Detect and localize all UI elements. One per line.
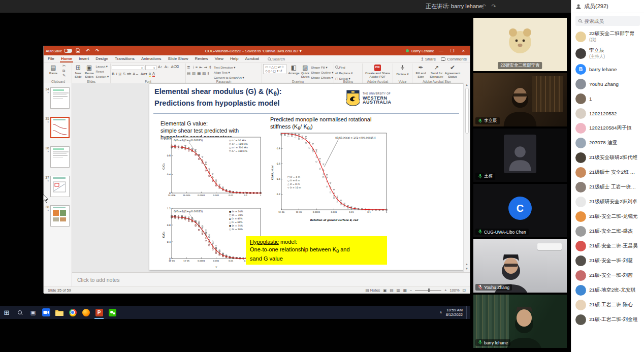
video-tile-1[interactable]: 22硕安全二班邵宁胄 <box>473 18 567 71</box>
new-slide-button[interactable]: ⊞ New Slide <box>73 64 83 78</box>
restore-button[interactable]: ❐ <box>448 48 457 53</box>
video-tile-2[interactable]: 李立辰 <box>473 73 567 126</box>
align-text-button[interactable]: Align Text ▾ <box>214 70 244 75</box>
normal-view-button[interactable]: ▣ <box>383 288 387 293</box>
search-box[interactable]: Search <box>268 57 285 61</box>
fit-slide-button[interactable]: ⊡ <box>463 288 466 293</box>
ribbon-tab-insert[interactable]: Insert <box>78 56 90 62</box>
autosave-toggle[interactable]: AutoSave <box>46 49 72 53</box>
member-row[interactable]: 22硕安全二班邵宁胄(我) <box>571 28 644 45</box>
justify-button[interactable]: ▧ <box>202 71 206 76</box>
member-row[interactable]: 207078-迪亚 <box>571 136 644 150</box>
member-row[interactable]: 21硕-工岩二班-刘金租 <box>571 312 644 327</box>
show-desktop-button[interactable] <box>466 306 468 319</box>
align-left-button[interactable]: ▤ <box>187 71 190 76</box>
member-row[interactable]: 21硕-安全二班-王昌昊 <box>571 239 644 253</box>
numbering-button[interactable]: ⋮≡ <box>191 65 198 70</box>
member-row[interactable]: 21级硕士 安全2班 姚瑞 <box>571 165 644 180</box>
member-row[interactable]: 21硕-工岩二班-陈心 <box>571 298 644 312</box>
video-tile-5[interactable]: Youhu Zhang <box>473 239 567 293</box>
dictate-button[interactable]: Dictate ▾ <box>394 64 411 76</box>
shapes-gallery[interactable]: ▭○△▢⇄☆◇▯⌂◻✦↺ <box>263 64 286 74</box>
ribbon-tab-help[interactable]: Help <box>229 56 239 62</box>
copy-button[interactable]: ⧉ <box>62 69 66 74</box>
member-row[interactable]: 21级安全硕研2班代维 <box>571 150 644 165</box>
taskbar-clock[interactable]: 10:59 AM 8/12/2022 <box>446 308 463 317</box>
next-slide-button[interactable]: ▼ <box>465 267 468 270</box>
reset-button[interactable]: Reset <box>95 69 109 74</box>
close-button[interactable]: × <box>459 48 468 53</box>
member-row[interactable]: 21硕-安全一班-刘慧 <box>571 253 644 268</box>
tray-expand-icon[interactable]: ∧ <box>440 310 442 314</box>
previous-slide-button[interactable]: ▲ <box>465 263 468 266</box>
voov-meeting-icon[interactable] <box>40 306 53 319</box>
smartart-button[interactable]: Convert to SmartArt ▾ <box>214 75 244 80</box>
send-for-signature-button[interactable]: ↗ Send for Signature <box>429 64 444 78</box>
ribbon-tab-review[interactable]: Review <box>194 56 209 62</box>
redo-icon[interactable]: ↷ <box>94 48 101 53</box>
font-color-button[interactable]: A <box>152 71 155 77</box>
italic-button[interactable]: I <box>116 72 117 76</box>
scrollbar-thumb[interactable] <box>465 88 469 134</box>
annotation-undo-icon[interactable]: ↶ <box>479 2 488 10</box>
ribbon-tab-view[interactable]: View <box>214 56 224 62</box>
highlight-color-button[interactable]: a <box>149 71 151 77</box>
search-icon[interactable] <box>13 306 26 319</box>
clear-formatting-icon[interactable]: A⌫ <box>171 65 180 70</box>
member-row[interactable]: 21硕-地空2班-尤安琪 <box>571 283 644 298</box>
video-tile-6[interactable]: barry lehane <box>473 295 567 348</box>
member-row[interactable]: 21硕-安全一班-刘茜 <box>571 268 644 283</box>
font-name-select[interactable]: ▾ <box>112 65 144 70</box>
member-row[interactable]: 1202120584周子恒 <box>571 121 644 136</box>
minimize-button[interactable]: — <box>437 48 445 53</box>
section-button[interactable]: Section ▾ <box>95 74 109 79</box>
ribbon-tab-acrobat[interactable]: Acrobat <box>244 56 260 62</box>
share-button[interactable]: ↥ Share <box>421 57 436 61</box>
file-explorer-icon[interactable] <box>53 306 66 319</box>
undo-icon[interactable]: ↶ <box>84 48 91 53</box>
member-row[interactable]: 21硕-安全二班-龙镜元 <box>571 209 644 224</box>
member-row[interactable]: 21级硕研安全2班刘卓 <box>571 195 644 209</box>
change-case-button[interactable]: Aa▾ <box>141 72 147 76</box>
windows-start-icon[interactable]: ⊞ <box>0 306 13 319</box>
member-row[interactable]: Youhu Zhang <box>571 77 644 91</box>
slide-scrollbar[interactable]: ▲ ▲ ▼ <box>463 83 470 272</box>
comments-button[interactable]: Comments <box>441 57 467 61</box>
shape-fill-button[interactable]: Shape Fill ▾ <box>311 65 333 70</box>
chrome-icon[interactable] <box>66 306 79 319</box>
slide-thumbnail-36[interactable]: 36✶ <box>44 146 72 168</box>
grow-font-icon[interactable]: A↑ <box>157 65 163 70</box>
align-center-button[interactable]: ▥ <box>192 71 196 76</box>
font-size-select[interactable]: ▾ <box>145 65 156 70</box>
slide-sorter-view-button[interactable]: ▤ <box>390 288 393 293</box>
reuse-slides-button[interactable]: ▣ Reuse Slides <box>84 64 94 78</box>
ribbon-tab-design[interactable]: Design <box>94 56 109 62</box>
decrease-indent-button[interactable]: ⇤ <box>199 65 202 70</box>
layout-button[interactable]: Layout ▾ <box>95 64 109 69</box>
fill-and-sign-button[interactable]: ✒ Fill and Sign <box>413 64 428 78</box>
columns-button[interactable]: ‖ <box>207 71 209 76</box>
quick-styles-button[interactable]: ▨ Quick Styles <box>301 64 310 78</box>
text-direction-button[interactable]: Text Direction ▾ <box>214 65 244 70</box>
ribbon-tab-animations[interactable]: Animations <box>140 56 163 62</box>
bullets-button[interactable]: ≣ <box>187 65 190 70</box>
shrink-font-icon[interactable]: A↓ <box>164 65 170 70</box>
member-search[interactable] <box>575 16 640 26</box>
ribbon-tab-slide-show[interactable]: Slide Show <box>167 56 189 62</box>
save-icon[interactable] <box>75 48 82 54</box>
powerpoint-icon[interactable]: P <box>92 306 106 319</box>
task-view-icon[interactable]: ▣ <box>26 306 40 319</box>
reading-view-button[interactable]: ▥ <box>397 288 400 293</box>
video-tile-4[interactable]: CCUG-UWA-Libo Chen <box>473 184 567 237</box>
member-row[interactable]: 21硕-安全二班-盛杰 <box>571 224 644 239</box>
slide-thumbnail-38[interactable]: 38✶ <box>44 205 72 227</box>
scroll-up-icon[interactable]: ▲ <box>465 83 468 86</box>
shape-effects-button[interactable]: Shape Effects ▾ <box>311 75 333 80</box>
zoom-slider[interactable] <box>415 290 441 291</box>
format-painter-button[interactable]: ✎ <box>62 74 66 78</box>
member-row[interactable]: 李立辰(主持人) <box>571 45 644 62</box>
member-row[interactable]: 1202120532 <box>571 106 644 121</box>
member-row[interactable]: 21级硕士 工岩一班张依杰 <box>571 180 644 195</box>
ribbon-tab-file[interactable]: File <box>47 56 55 62</box>
wechat-icon[interactable] <box>106 306 119 319</box>
